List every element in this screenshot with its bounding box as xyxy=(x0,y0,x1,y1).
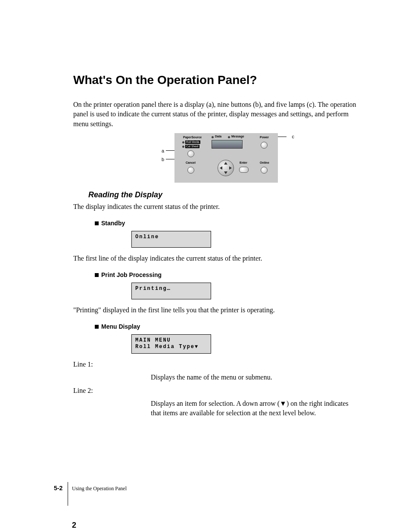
subhead-menu: Menu Display xyxy=(95,323,359,330)
callout-a: a xyxy=(162,148,164,153)
bullet-square-icon xyxy=(95,325,99,329)
button-paper-source xyxy=(187,150,194,157)
lcd-menu: MAIN MENU Roll Media Type▼ xyxy=(131,334,211,354)
svg-marker-0 xyxy=(224,162,227,165)
lcd-processing: Printing… xyxy=(131,283,211,300)
label-paper-source: PaperSource xyxy=(183,136,202,139)
subhead-standby: Standby xyxy=(95,220,359,227)
panel-box: PaperSource Roll Media Cut Sheet Data Me… xyxy=(174,133,278,183)
button-power xyxy=(261,142,268,149)
label-data: Data xyxy=(215,135,221,138)
intro-paragraph: On the printer operation panel there is … xyxy=(73,100,359,129)
label-power: Power xyxy=(260,136,269,139)
line1-desc: Displays the name of the menu or submenu… xyxy=(151,373,359,382)
led-cut-sheet xyxy=(182,146,184,148)
button-cancel xyxy=(187,167,194,174)
line2-label: Line 2: xyxy=(73,386,359,395)
svg-marker-1 xyxy=(224,171,227,174)
section-intro: The display indicates the current status… xyxy=(73,202,359,212)
footer-divider xyxy=(68,482,68,506)
lcd-standby: Online xyxy=(131,231,211,248)
processing-desc: "Printing" displayed in the first line t… xyxy=(73,305,359,315)
standby-desc: The first line of the display indicates … xyxy=(73,254,359,263)
footer-big-number: 2 xyxy=(72,521,76,530)
button-enter xyxy=(239,167,249,173)
bullet-square-icon xyxy=(95,273,99,277)
svg-marker-3 xyxy=(229,166,232,170)
line2-desc: Displays an item for selection. A down a… xyxy=(151,399,359,418)
section-heading: Reading the Display xyxy=(88,190,359,199)
bullet-square-icon xyxy=(95,221,99,225)
line1-label: Line 1: xyxy=(73,360,359,369)
footer-page-number: 5-2 xyxy=(54,485,62,492)
svg-marker-2 xyxy=(220,166,222,170)
panel-lcd-screen xyxy=(212,140,243,149)
dpad-arrows-icon xyxy=(218,160,234,176)
label-roll-media: Roll Media xyxy=(185,140,200,144)
callout-c: c xyxy=(292,134,295,139)
button-online xyxy=(261,167,268,174)
operation-panel-diagram: a b c PaperSource Roll Media Cut Sheet D… xyxy=(174,133,291,183)
label-cut-sheet: Cut Sheet xyxy=(185,145,199,148)
label-online: Online xyxy=(260,161,269,164)
callout-b: b xyxy=(162,157,164,162)
led-message xyxy=(228,136,230,138)
label-cancel: Cancel xyxy=(186,161,196,164)
footer-chapter: Using the Operation Panel xyxy=(72,485,127,492)
page-title: What's On the Operation Panel? xyxy=(73,73,359,87)
led-data xyxy=(212,136,214,138)
led-roll-media xyxy=(182,141,184,143)
label-enter: Enter xyxy=(240,161,247,164)
document-page: What's On the Operation Panel? On the pr… xyxy=(0,0,411,532)
dpad xyxy=(218,160,234,176)
label-message: Message xyxy=(231,135,244,138)
subhead-processing: Print Job Processing xyxy=(95,271,359,278)
